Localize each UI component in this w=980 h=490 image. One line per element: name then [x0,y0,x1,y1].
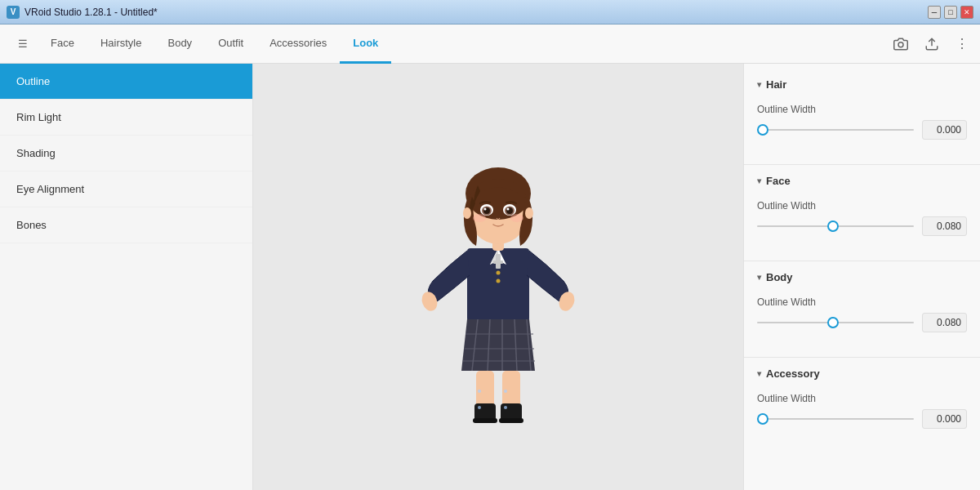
window-title: VRoid Studio 1.28.1 - Untitled* [24,7,928,18]
face-outline-control: 0.080 [757,216,967,236]
sidebar-item-rim-light[interactable]: Rim Light [0,100,252,136]
svg-rect-19 [476,371,494,408]
face-outline-label: Outline Width [757,200,967,212]
accessory-outline-label: Outline Width [757,393,967,404]
accessory-outline-value[interactable]: 0.000 [922,409,967,429]
section-content-accessory: Outline Width 0.000 [744,386,980,450]
face-outline-value[interactable]: 0.080 [922,216,967,236]
svg-point-35 [507,208,510,211]
left-sidebar: Outline Rim Light Shading Eye Alignment … [0,64,253,490]
window-controls[interactable]: ─ □ ✕ [928,6,973,19]
hair-slider-thumb[interactable] [757,124,768,136]
svg-point-37 [525,207,533,219]
hair-outline-width-field: Outline Width 0.000 [757,104,967,140]
chevron-hair-icon: ▾ [757,80,761,89]
body-outline-value[interactable]: 0.080 [922,313,967,332]
top-navigation: ☰ Face Hairstyle Body Outfit Accessories… [0,24,980,64]
camera-button[interactable] [890,33,911,55]
svg-point-40 [478,390,481,393]
hair-outline-label: Outline Width [757,104,967,115]
tab-look[interactable]: Look [340,24,391,64]
svg-rect-20 [502,371,520,408]
svg-point-42 [478,406,481,409]
more-options-button[interactable]: ⋮ [952,33,972,55]
section-header-accessory[interactable]: ▾ Accessory [744,361,980,386]
tab-hairstyle[interactable]: Hairstyle [87,24,155,64]
body-slider-track [757,322,914,323]
right-properties-panel: ▾ Hair Outline Width 0.000 [743,64,980,490]
accessory-outline-control: 0.000 [757,409,967,429]
svg-point-41 [504,390,507,393]
svg-point-38 [473,214,486,222]
section-header-hair[interactable]: ▾ Hair [744,72,980,97]
sidebar-item-shading[interactable]: Shading [0,136,252,172]
body-outline-width-field: Outline Width 0.080 [757,296,967,332]
body-area: Outline Rim Light Shading Eye Alignment … [0,64,980,490]
maximize-button[interactable]: □ [944,6,957,19]
chevron-accessory-icon: ▾ [757,369,761,378]
svg-point-0 [898,42,903,47]
section-content-body: Outline Width 0.080 [744,290,980,354]
divider-2 [744,261,980,261]
hair-outline-slider[interactable] [757,122,914,138]
svg-point-7 [497,271,501,275]
section-content-face: Outline Width 0.080 [744,194,980,257]
face-outline-slider[interactable] [757,218,914,234]
sidebar-item-eye-alignment[interactable]: Eye Alignment [0,172,252,207]
app-icon: V [7,6,20,19]
svg-point-31 [484,208,487,211]
accessory-outline-width-field: Outline Width 0.000 [757,393,967,429]
upload-button[interactable] [921,33,942,55]
svg-rect-24 [499,418,523,423]
tab-body[interactable]: Body [154,24,205,64]
close-button[interactable]: ✕ [960,6,973,19]
sidebar-item-bones[interactable]: Bones [0,207,252,243]
accessory-slider-thumb[interactable] [757,413,768,425]
hair-slider-track [757,129,914,131]
svg-point-36 [463,207,471,219]
hair-outline-value[interactable]: 0.000 [922,120,967,140]
character-figure [408,122,588,432]
section-content-hair: Outline Width 0.000 [744,97,980,161]
body-outline-control: 0.080 [757,313,967,332]
chevron-body-icon: ▾ [757,273,761,282]
app-container: ☰ Face Hairstyle Body Outfit Accessories… [0,24,980,490]
face-slider-track [757,225,914,227]
nav-right-actions: ⋮ [890,24,972,63]
tab-outfit[interactable]: Outfit [205,24,256,64]
svg-rect-6 [493,261,503,264]
accessory-outline-slider[interactable] [757,411,914,427]
accessory-slider-track [757,418,914,420]
canvas-preview[interactable] [253,64,743,490]
body-slider-thumb[interactable] [827,317,839,328]
body-outline-label: Outline Width [757,296,967,308]
divider-3 [744,357,980,358]
minimize-button[interactable]: ─ [928,6,941,19]
section-header-body[interactable]: ▾ Body [744,265,980,290]
menu-icon[interactable]: ☰ [8,24,38,63]
chevron-face-icon: ▾ [757,176,761,185]
face-slider-thumb[interactable] [827,220,839,232]
svg-rect-23 [473,418,497,423]
svg-point-39 [510,214,523,222]
face-outline-width-field: Outline Width 0.080 [757,200,967,236]
hair-outline-control: 0.000 [757,120,967,140]
tab-face[interactable]: Face [38,24,87,64]
sidebar-item-outline[interactable]: Outline [0,64,252,100]
body-outline-slider[interactable] [757,314,914,331]
divider-1 [744,164,980,165]
section-header-face[interactable]: ▾ Face [744,168,980,194]
svg-point-8 [497,279,501,283]
svg-point-43 [504,406,507,409]
titlebar: V VRoid Studio 1.28.1 - Untitled* ─ □ ✕ [0,0,980,24]
tab-accessories[interactable]: Accessories [256,24,340,64]
